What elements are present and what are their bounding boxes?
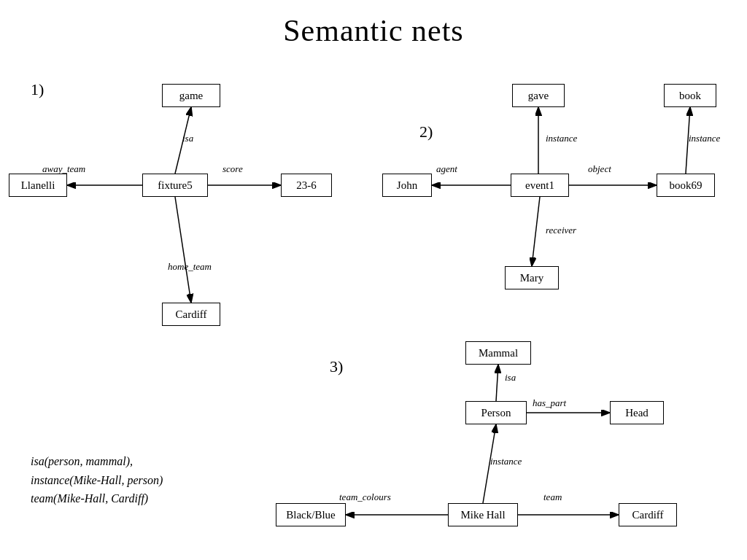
box-game: game <box>162 84 220 107</box>
label-team-colours: team_colours <box>339 491 391 503</box>
label-instance3: instance <box>490 456 522 467</box>
box-cardiff1: Cardiff <box>162 303 220 326</box>
box-mary: Mary <box>505 266 559 289</box>
label-has-part: has_part <box>533 397 566 409</box>
note-text: isa(person, mammal), instance(Mike-Hall,… <box>31 452 163 508</box>
box-mikehall: Mike Hall <box>448 503 518 526</box>
box-event1: event1 <box>511 174 569 197</box>
box-book69: book69 <box>657 174 715 197</box>
label-receiver: receiver <box>546 225 576 236</box>
box-blackblue: Black/Blue <box>276 503 346 526</box>
box-cardiff2: Cardiff <box>619 503 677 526</box>
label-instance-gave: instance <box>546 133 577 144</box>
page-title: Semantic nets <box>0 0 747 48</box>
section-1-label: 1) <box>31 80 44 99</box>
label-team: team <box>543 491 562 503</box>
box-fixture5: fixture5 <box>142 174 208 197</box>
section-3-label: 3) <box>330 357 343 376</box>
label-instance-book: instance <box>689 133 720 144</box>
label-isa3: isa <box>505 372 516 384</box>
box-llanelli: Llanelli <box>9 174 67 197</box>
svg-line-10 <box>532 197 540 266</box>
box-mammal: Mammal <box>465 341 531 365</box>
box-score: 23-6 <box>281 174 332 197</box>
box-person: Person <box>465 401 527 424</box>
label-home-team: home_team <box>168 261 212 273</box>
box-john: John <box>382 174 432 197</box>
label-score: score <box>222 163 243 175</box>
box-gave: gave <box>512 84 565 107</box>
section-2-label: 2) <box>419 122 433 141</box>
box-head: Head <box>610 401 664 424</box>
svg-line-5 <box>175 197 191 303</box>
box-book: book <box>664 84 716 107</box>
label-away-team: away_team <box>42 163 85 175</box>
svg-line-11 <box>496 365 498 401</box>
label-isa1: isa <box>182 133 193 144</box>
label-object: object <box>588 163 611 175</box>
label-agent: agent <box>436 163 457 175</box>
